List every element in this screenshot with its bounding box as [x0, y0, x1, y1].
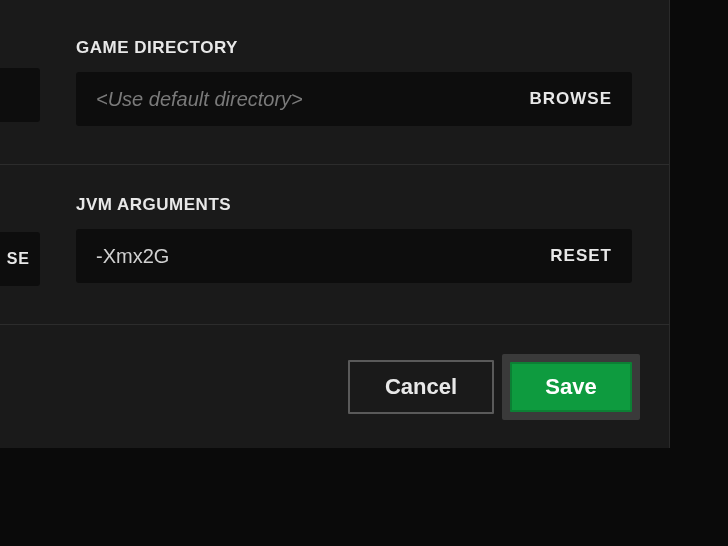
cut-box-left-lower: SE [0, 232, 40, 286]
save-button-highlight: Save [502, 354, 640, 420]
game-directory-header: GAME DIRECTORY [76, 0, 629, 58]
game-directory-input[interactable] [96, 88, 530, 111]
reset-button[interactable]: RESET [550, 246, 612, 266]
jvm-input[interactable] [96, 245, 550, 268]
footer-actions: Cancel Save [0, 324, 670, 448]
jvm-header: JVM ARGUMENTS [76, 165, 629, 215]
cut-box-left-upper [0, 68, 40, 122]
game-directory-section: GAME DIRECTORY [0, 0, 669, 58]
game-directory-row: BROWSE [76, 72, 632, 126]
settings-panel: SE GAME DIRECTORY BROWSE JVM ARGUMENTS R… [0, 0, 670, 448]
jvm-row: RESET [76, 229, 632, 283]
save-button[interactable]: Save [510, 362, 632, 412]
cut-label: SE [7, 250, 30, 268]
browse-button[interactable]: BROWSE [530, 89, 613, 109]
jvm-section: JVM ARGUMENTS [0, 165, 669, 215]
cancel-button[interactable]: Cancel [348, 360, 494, 414]
